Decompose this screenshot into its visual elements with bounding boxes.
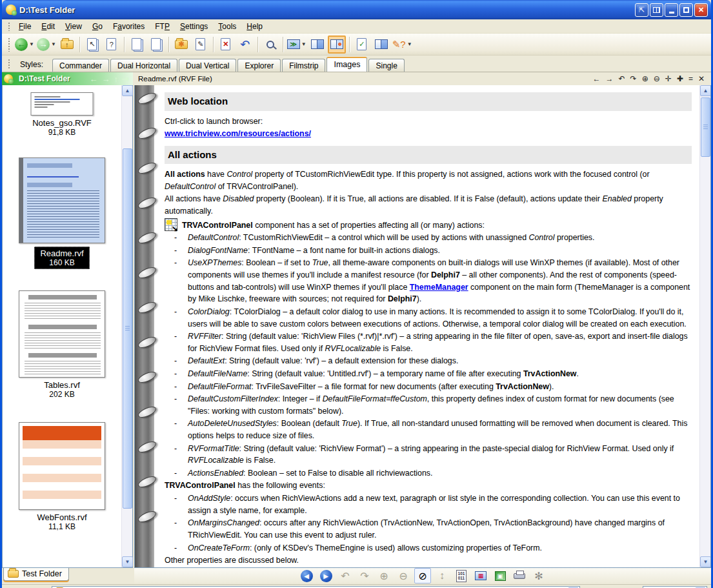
menu-item-go[interactable]: Go [87, 20, 108, 33]
minimize-button[interactable] [665, 3, 678, 17]
document-link[interactable]: www.trichview.com/resources/actions/ [165, 129, 311, 138]
scroll-down-button[interactable]: ▼ [700, 556, 711, 567]
menu-item-ftp[interactable]: FTP [150, 20, 175, 33]
viewer-close-button[interactable]: ✕ [698, 74, 705, 83]
viewer-actual-size-button[interactable]: = [688, 74, 693, 83]
thumbnail-scrollbar[interactable]: ▲ ▼ [121, 85, 132, 567]
help-pointer-button[interactable]: ? [103, 35, 121, 54]
viewer-last-file-button[interactable]: ▶ [317, 568, 334, 583]
viewer-zoom-in-button[interactable]: ⊕ [376, 568, 392, 583]
scrollbar-thumb[interactable] [123, 148, 132, 509]
menu-item-favorites[interactable]: Favorites [108, 20, 150, 33]
style-tab-explorer[interactable]: Explorer [237, 59, 281, 72]
file-item[interactable]: Tables.rvf202 KB [19, 290, 105, 399]
customize-dropdown-icon[interactable]: ▼ [407, 41, 412, 47]
menu-item-settings[interactable]: Settings [175, 20, 213, 33]
viewer-center-button[interactable]: ✚ [677, 74, 683, 83]
style-tab-dual-vertical[interactable]: Dual Vertical [179, 59, 236, 72]
maximize-button[interactable] [679, 3, 693, 17]
copy-button[interactable] [128, 35, 146, 54]
up-folder-button[interactable]: ↑ [58, 35, 76, 54]
scroll-up-button[interactable]: ▲ [700, 85, 711, 96]
viewer-pan-button[interactable]: ✛ [665, 74, 672, 83]
document-link[interactable]: ThemeManager [410, 283, 468, 292]
menu-item-edit[interactable]: Edit [36, 20, 60, 33]
back-button[interactable]: ←▼ [14, 35, 35, 54]
viewer-rotate-right-button[interactable]: ↷ [356, 568, 373, 583]
file-thumbnail[interactable] [19, 422, 105, 510]
checklist-button[interactable]: ✓ [353, 35, 371, 54]
file-thumbnail[interactable] [19, 157, 105, 243]
customize-button[interactable]: ✎?▼ [392, 35, 413, 54]
new-folder-button[interactable]: ✱ [172, 35, 190, 54]
forward-dropdown-icon[interactable]: ▼ [51, 41, 56, 47]
viewer-print-button[interactable] [511, 568, 528, 583]
delete-button[interactable]: ✕ [217, 35, 235, 54]
undo-button[interactable]: ↶ [236, 35, 254, 54]
style-tab-commander[interactable]: Commander [52, 59, 109, 72]
viewer-slideshow-button[interactable]: ▦ [472, 568, 489, 583]
viewer-zoom-reset-button[interactable]: ⊘ [414, 568, 431, 583]
menu-item-view[interactable]: View [60, 20, 87, 33]
menubar-grip[interactable] [7, 21, 11, 31]
select-pointer-button[interactable]: ↖ [83, 35, 101, 54]
file-item[interactable]: Notes_gso.RVF91,8 KB [31, 92, 94, 137]
viewer-zoom-out-button[interactable]: ⊖ [395, 568, 412, 583]
viewer-back-button[interactable]: ← [593, 74, 601, 83]
go-last-arrow-icon[interactable]: ⇥ [122, 74, 129, 84]
up-arrow-icon[interactable]: ↑ [114, 74, 119, 84]
list-marker: - [174, 368, 177, 380]
list-marker: - [174, 443, 177, 455]
detach-window-button[interactable]: ⇱ [635, 3, 648, 17]
stylesbar-grip[interactable] [7, 58, 11, 70]
forward-arrow-icon[interactable]: → [102, 74, 110, 84]
scrollbar-thumb[interactable] [701, 97, 710, 157]
menu-item-help[interactable]: Help [241, 20, 268, 33]
up-folder-icon: ↑ [61, 40, 74, 49]
menu-item-tools[interactable]: Tools [213, 20, 241, 33]
close-button[interactable]: ✕ [694, 3, 708, 17]
find-button[interactable] [261, 35, 279, 54]
fit-height-icon: ↕ [439, 570, 445, 582]
viewer-first-file-button[interactable]: ◀ [298, 568, 315, 583]
forward-button[interactable]: →▼ [36, 35, 57, 54]
viewer-zoom-out-button[interactable]: ⊖ [654, 74, 660, 83]
viewer-rotate-left-button[interactable]: ↶ [337, 568, 354, 583]
document-paragraph: www.trichview.com/resources/actions/ [165, 128, 692, 140]
style-tab-single[interactable]: Single [368, 59, 404, 72]
viewer-fit-screen-button[interactable]: ▣ [492, 568, 508, 583]
viewer-pane-dropdown-icon[interactable]: ▼ [301, 41, 306, 47]
viewer-hex-view-button[interactable]: 101 011 [453, 568, 470, 583]
toolbar-grip[interactable] [7, 37, 11, 52]
viewer-document: Web locationCtrl-click to launch browser… [134, 85, 711, 568]
style-tab-images[interactable]: Images [326, 57, 367, 72]
viewer-forward-button[interactable]: → [606, 74, 614, 83]
duplicate-button[interactable] [147, 35, 165, 54]
menu-item-file[interactable]: File [14, 20, 36, 33]
image-pane-button[interactable] [328, 35, 346, 54]
viewer-scrollbar[interactable]: ▲ ▼ [699, 85, 710, 567]
viewer-pane-icon: ≫ [287, 39, 300, 49]
viewer-pane-button[interactable]: ≫▼ [286, 35, 307, 54]
style-tab-filmstrip[interactable]: Filmstrip [282, 59, 325, 72]
viewer-settings-button[interactable]: ✻ [530, 568, 547, 583]
viewer-undo-button[interactable]: ↶ [619, 74, 625, 83]
viewer-zoom-in-button[interactable]: ⊕ [642, 74, 648, 83]
viewer-redo-button[interactable]: ↷ [630, 74, 637, 83]
back-arrow-icon[interactable]: ← [90, 74, 98, 84]
file-thumbnail[interactable] [19, 290, 105, 378]
layout-button[interactable] [372, 35, 390, 54]
folder-tab[interactable]: Test Folder [3, 568, 69, 581]
style-tab-dual-horizontal[interactable]: Dual Horizontal [110, 59, 177, 72]
file-thumbnail[interactable] [31, 92, 94, 116]
dual-pane-button[interactable] [308, 35, 326, 54]
dual-display-button[interactable] [650, 3, 663, 17]
file-item[interactable]: WebFonts.rvf11,1 KB [19, 422, 105, 531]
back-dropdown-icon[interactable]: ▼ [29, 41, 34, 47]
viewer-fit-height-button[interactable]: ↕ [434, 568, 450, 583]
document-list-item: -DefaultFileName: String (default value:… [165, 368, 692, 380]
scroll-down-button[interactable]: ▼ [122, 556, 133, 567]
file-item[interactable]: Readme.rvf160 KB [19, 157, 105, 269]
edit-button[interactable]: ✎ [192, 35, 210, 54]
scroll-up-button[interactable]: ▲ [122, 85, 133, 96]
